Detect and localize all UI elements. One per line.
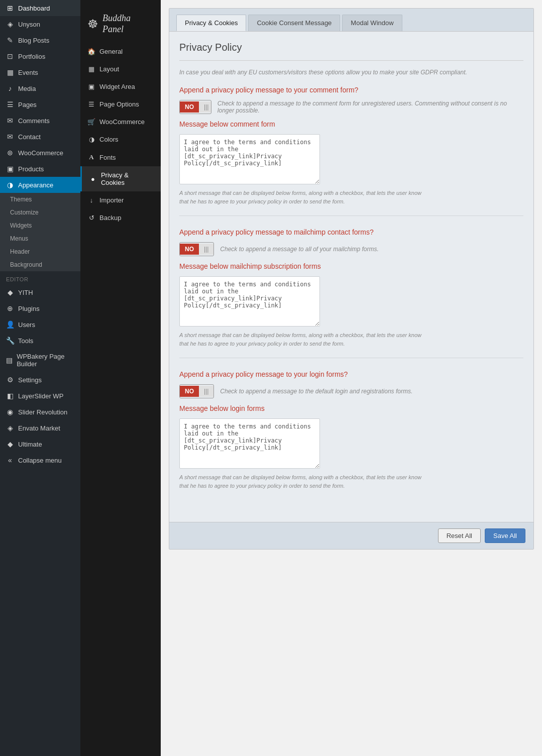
buddha-menu-importer[interactable]: ↓ Importer: [80, 191, 161, 209]
comment-toggle-no[interactable]: NO: [180, 101, 199, 113]
sidebar-item-collapse[interactable]: « Collapse menu: [0, 452, 80, 468]
main-sidebar: ⊞ Dashboard ◈ Unyson ✎ Blog Posts ⊡ Port…: [0, 0, 80, 756]
sidebar-item-themes[interactable]: Themes: [0, 193, 80, 206]
tab-privacy-cookies[interactable]: Privacy & Cookies: [176, 15, 246, 31]
sidebar-item-wpbakery[interactable]: ▤ WPBakery Page Builder: [0, 349, 80, 372]
sidebar-item-envato[interactable]: ◈ Envato Market: [0, 420, 80, 436]
sidebar-item-menus[interactable]: Menus: [0, 232, 80, 245]
sidebar-label-blog-posts: Blog Posts: [18, 37, 49, 44]
sidebar-item-widgets[interactable]: Widgets: [0, 219, 80, 232]
buddha-menu-layout[interactable]: ▦ Layout: [80, 60, 161, 78]
sidebar-item-appearance[interactable]: ◑ Appearance: [0, 177, 80, 193]
mailchimp-toggle-no[interactable]: NO: [180, 244, 199, 255]
page-title: Privacy Policy: [179, 42, 523, 61]
sidebar-item-yith[interactable]: ◆ YITH: [0, 284, 80, 300]
layout-label: Layout: [99, 65, 119, 73]
mailchimp-form-section: Append a privacy policy message to mailc…: [179, 228, 523, 358]
tab-modal-window[interactable]: Modal Window: [342, 15, 402, 31]
sidebar-item-portfolios[interactable]: ⊡ Portfolios: [0, 48, 80, 64]
sidebar-item-ultimate[interactable]: ◆ Ultimate: [0, 436, 80, 452]
sidebar-item-layerslider[interactable]: ◧ LayerSlider WP: [0, 388, 80, 404]
login-form-section: Append a privacy policy message to your …: [179, 370, 523, 500]
fonts-icon: A: [87, 153, 95, 161]
comment-toggle-btn[interactable]: NO |||: [179, 100, 211, 114]
wpbakery-icon: ▤: [6, 356, 13, 364]
comment-form-title: Append a privacy policy message to your …: [179, 86, 523, 94]
sidebar-item-products[interactable]: ▣ Products: [0, 161, 80, 177]
backup-icon: ↺: [87, 214, 95, 222]
buddha-menu-widget-area[interactable]: ▣ Widget Area: [80, 78, 161, 95]
comment-message-title: Message below comment form: [179, 120, 523, 128]
sidebar-item-background[interactable]: Background: [0, 258, 80, 271]
mailchimp-message-textarea[interactable]: [179, 276, 320, 327]
backup-label: Backup: [99, 214, 121, 222]
login-toggle-btn[interactable]: NO |||: [179, 384, 214, 398]
sidebar-item-settings[interactable]: ⚙ Settings: [0, 372, 80, 388]
portfolios-icon: ⊡: [6, 52, 14, 60]
sidebar-label-events: Events: [18, 69, 38, 76]
sidebar-label-contact: Contact: [18, 133, 41, 141]
sidebar-item-tools[interactable]: 🔧 Tools: [0, 333, 80, 349]
sidebar-item-media[interactable]: ♪ Media: [0, 80, 80, 96]
login-message-textarea[interactable]: [179, 418, 320, 469]
sidebar-label-dashboard: Dashboard: [18, 5, 50, 12]
sidebar-item-pages[interactable]: ☰ Pages: [0, 96, 80, 113]
products-icon: ▣: [6, 165, 14, 173]
sidebar-item-customize[interactable]: Customize: [0, 206, 80, 219]
appearance-icon: ◑: [6, 181, 14, 189]
sidebar-item-comments[interactable]: ✉ Comments: [0, 113, 80, 129]
yith-icon: ◆: [6, 288, 14, 296]
page-options-icon: ☰: [87, 100, 95, 108]
buddha-menu-page-options[interactable]: ☰ Page Options: [80, 95, 161, 113]
login-toggle-yes[interactable]: |||: [199, 386, 213, 397]
save-all-button[interactable]: Save All: [485, 528, 525, 543]
buddha-menu-fonts[interactable]: A Fonts: [80, 148, 161, 166]
sidebar-label-comments: Comments: [18, 117, 50, 125]
plugins-icon: ⊕: [6, 304, 14, 312]
sidebar-item-dashboard[interactable]: ⊞ Dashboard: [0, 0, 80, 16]
woocommerce-icon: ⊛: [6, 149, 14, 157]
mailchimp-form-title: Append a privacy policy message to mailc…: [179, 228, 523, 236]
sidebar-item-contact[interactable]: ✉ Contact: [0, 129, 80, 145]
comment-toggle-yes[interactable]: |||: [199, 101, 211, 113]
sidebar-item-woocommerce[interactable]: ⊛ WooCommerce: [0, 145, 80, 161]
menus-label: Menus: [10, 235, 28, 242]
sidebar-item-header[interactable]: Header: [0, 245, 80, 258]
envato-label: Envato Market: [18, 424, 60, 432]
appearance-submenu: Themes Customize Widgets Menus Header Ba…: [0, 193, 80, 271]
login-toggle-no[interactable]: NO: [180, 386, 199, 397]
sidebar-item-events[interactable]: ▦ Events: [0, 64, 80, 80]
tab-cookie-consent[interactable]: Cookie Consent Message: [248, 15, 340, 31]
buddha-menu-colors[interactable]: ◑ Colors: [80, 131, 161, 148]
general-icon: 🏠: [87, 48, 95, 55]
reset-all-button[interactable]: Reset All: [438, 528, 481, 543]
themes-label: Themes: [10, 196, 32, 203]
layerslider-icon: ◧: [6, 392, 14, 400]
collapse-label: Collapse menu: [18, 457, 62, 464]
buddha-title: BuddhaPanel: [102, 13, 131, 35]
buddha-menu-woocommerce[interactable]: 🛒 WooCommerce: [80, 113, 161, 131]
sidebar-item-unyson[interactable]: ◈ Unyson: [0, 16, 80, 32]
tabs-bar: Privacy & Cookies Cookie Consent Message…: [169, 9, 533, 32]
widgets-label: Widgets: [10, 222, 32, 229]
sidebar-item-slider-rev[interactable]: ◉ Slider Revolution: [0, 404, 80, 420]
mailchimp-toggle-desc: Check to append a message to all of your…: [220, 246, 378, 253]
colors-label: Colors: [99, 136, 119, 143]
buddha-menu-backup[interactable]: ↺ Backup: [80, 209, 161, 227]
sidebar-item-blog-posts[interactable]: ✎ Blog Posts: [0, 32, 80, 48]
sidebar-label-woocommerce: WooCommerce: [18, 149, 63, 157]
sidebar-item-plugins[interactable]: ⊕ Plugins: [0, 300, 80, 316]
comment-message-textarea[interactable]: [179, 134, 320, 184]
fonts-label: Fonts: [99, 154, 116, 161]
woocommerce-b-label: WooCommerce: [99, 118, 145, 126]
buddha-menu-privacy[interactable]: ● Privacy & Cookies: [80, 166, 161, 191]
buddha-menu-general[interactable]: 🏠 General: [80, 43, 161, 60]
login-toggle-desc: Check to append a message to the default…: [220, 388, 412, 395]
slider-rev-label: Slider Revolution: [18, 408, 67, 416]
mailchimp-toggle-btn[interactable]: NO |||: [179, 242, 214, 256]
mailchimp-toggle-yes[interactable]: |||: [199, 244, 213, 255]
settings-label: Settings: [18, 376, 42, 384]
colors-icon: ◑: [87, 136, 95, 143]
sidebar-item-users[interactable]: 👤 Users: [0, 316, 80, 333]
customize-label: Customize: [10, 209, 39, 216]
